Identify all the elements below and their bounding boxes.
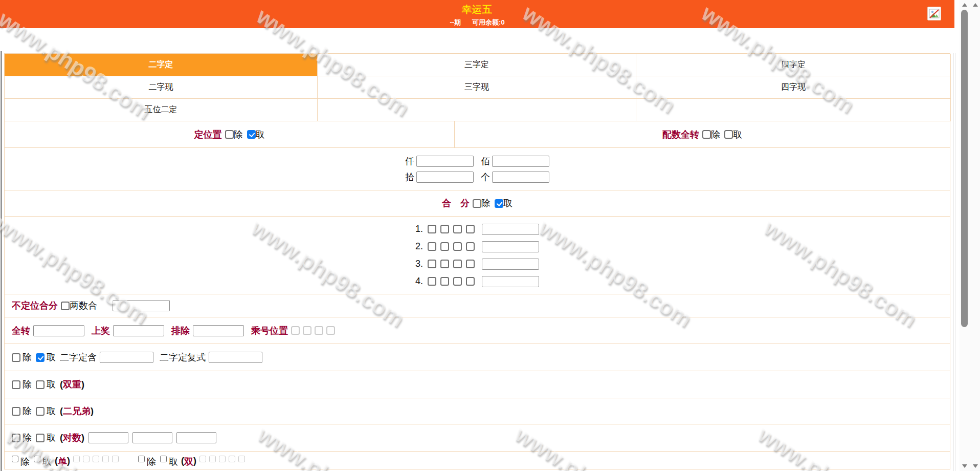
checkbox-dan-3[interactable] — [93, 456, 99, 462]
checkbox-dan-2[interactable] — [83, 456, 90, 462]
shi-input[interactable] — [416, 172, 474, 183]
checkbox-row4-3[interactable] — [453, 277, 462, 286]
tab-empty-cell — [636, 99, 951, 121]
checkbox-hefen-qu[interactable] — [495, 199, 503, 208]
checkbox-row2-1[interactable] — [428, 242, 436, 251]
checkbox-chenghao-4[interactable] — [326, 326, 335, 335]
shangjiang-input[interactable] — [113, 325, 164, 336]
chu-label: 除 — [23, 432, 32, 444]
checkbox-row4-2[interactable] — [440, 277, 449, 286]
window-scrollbar[interactable] — [970, 0, 980, 471]
bet-line-4: 4. — [415, 273, 539, 290]
checkbox-row1-4[interactable] — [466, 225, 475, 233]
checkbox-row4-4[interactable] — [466, 277, 475, 286]
checkbox-row2-3[interactable] — [453, 242, 462, 251]
duishu-input-3[interactable] — [176, 432, 216, 443]
checkbox-shuang-5[interactable] — [238, 456, 245, 462]
checkbox-row3-1[interactable] — [428, 260, 436, 268]
bai-label: 佰 — [481, 155, 490, 167]
scrollbar-thumb[interactable] — [961, 10, 968, 327]
bai-input[interactable] — [492, 156, 549, 167]
checkbox-row1-1[interactable] — [428, 225, 436, 233]
quanzhuan-label: 全转 — [12, 325, 30, 337]
chu-label: 除 — [20, 456, 30, 468]
frame-border-left — [1, 51, 2, 471]
dan-label: 单 — [58, 456, 67, 468]
checkbox-hefen-chu[interactable] — [473, 199, 481, 208]
budingwei-input[interactable] — [113, 300, 170, 311]
checkbox-erziding-qu[interactable] — [36, 353, 44, 362]
checkbox-duishu-chu[interactable] — [12, 434, 20, 442]
row-digit-inputs: 仟 佰 拾 个 — [5, 148, 950, 190]
checkbox-chenghao-1[interactable] — [291, 326, 300, 335]
checkbox-erziding-chu[interactable] — [12, 353, 20, 362]
scroll-down-icon[interactable] — [962, 464, 967, 468]
row3-amount-input[interactable] — [482, 259, 539, 270]
checkbox-erxiongdi-chu[interactable] — [12, 407, 20, 416]
duishu-input-2[interactable] — [132, 432, 172, 443]
tab-sizixian[interactable]: 四字现 — [636, 76, 951, 99]
checkbox-dan-1[interactable] — [73, 456, 80, 462]
checkbox-row3-4[interactable] — [466, 260, 475, 268]
qian-label: 仟 — [405, 155, 414, 167]
checkbox-shuang-4[interactable] — [229, 456, 235, 462]
tab-sanziding[interactable]: 三字定 — [318, 54, 636, 76]
fen-label: 分 — [460, 197, 470, 209]
checkbox-shuang-chu[interactable] — [138, 456, 145, 462]
scroll-up-icon[interactable] — [962, 3, 967, 7]
row4-amount-input[interactable] — [482, 276, 539, 287]
tab-wuweierding[interactable]: 五位二定 — [5, 99, 318, 121]
scroll-up-icon[interactable] — [973, 3, 978, 7]
checkbox-dan-qu[interactable] — [34, 456, 40, 462]
checkbox-erxiongdi-qu[interactable] — [36, 407, 44, 416]
main-content: 二字定 三字定 四字定 二字现 三字现 四字现 五位二定 定位置 除 取 配数全… — [4, 53, 950, 469]
row-shuangchong: 除 取 (双重) — [5, 371, 950, 398]
digit-input-block: 仟 佰 拾 个 — [405, 153, 549, 185]
checkbox-duishu-qu[interactable] — [36, 434, 44, 442]
paren-close: ) — [91, 406, 94, 417]
tab-erzixian[interactable]: 二字现 — [5, 76, 318, 99]
scroll-down-icon[interactable] — [973, 464, 978, 468]
row2-amount-input[interactable] — [482, 241, 539, 252]
checkbox-row4-1[interactable] — [428, 277, 436, 286]
inner-scrollbar[interactable] — [960, 0, 970, 471]
checkbox-shuangchong-qu[interactable] — [36, 380, 44, 389]
checkbox-peishu-chu[interactable] — [702, 130, 711, 139]
ge-input[interactable] — [492, 172, 549, 183]
checkbox-shuang-1[interactable] — [199, 456, 206, 462]
checkbox-dingweizhi-chu[interactable] — [225, 130, 234, 139]
checkbox-row1-3[interactable] — [453, 225, 462, 233]
checkbox-dan-4[interactable] — [102, 456, 109, 462]
row-erzidinghan: 除 取 二字定含 二字定复式 — [5, 344, 950, 371]
checkbox-shuangchong-chu[interactable] — [12, 380, 20, 389]
checkbox-row2-4[interactable] — [466, 242, 475, 251]
tab-erziding[interactable]: 二字定 — [5, 54, 318, 76]
checkbox-liangshuhe[interactable] — [61, 302, 70, 310]
checkbox-dan-5[interactable] — [112, 456, 119, 462]
qian-input[interactable] — [416, 156, 474, 167]
checkbox-peishu-qu[interactable] — [724, 130, 733, 139]
checkbox-chenghao-3[interactable] — [315, 326, 323, 335]
checkbox-dingweizhi-qu[interactable] — [247, 130, 256, 139]
checkbox-shuang-qu[interactable] — [160, 456, 167, 462]
qu-label: 取 — [169, 456, 178, 468]
checkbox-row3-2[interactable] — [440, 260, 449, 268]
page-title: 幸运五 — [0, 0, 954, 16]
row1-amount-input[interactable] — [482, 224, 539, 235]
tab-siziding[interactable]: 四字定 — [636, 54, 951, 76]
tab-sanzixian[interactable]: 三字现 — [318, 76, 636, 99]
checkbox-shuang-2[interactable] — [209, 456, 216, 462]
quanzhuan-input[interactable] — [33, 325, 84, 336]
checkbox-row1-2[interactable] — [440, 225, 449, 233]
checkbox-dan-chu[interactable] — [12, 456, 18, 462]
line-number: 3. — [415, 259, 428, 269]
dingweizhi-label: 定位置 — [194, 129, 222, 141]
checkbox-shuang-3[interactable] — [219, 456, 226, 462]
erzidinghan-input[interactable] — [100, 352, 153, 363]
duishu-input-1[interactable] — [88, 432, 128, 443]
paichu-input[interactable] — [193, 325, 244, 336]
checkbox-row2-2[interactable] — [440, 242, 449, 251]
erzidingfushi-input[interactable] — [209, 352, 262, 363]
checkbox-chenghao-2[interactable] — [303, 326, 311, 335]
checkbox-row3-3[interactable] — [453, 260, 462, 268]
